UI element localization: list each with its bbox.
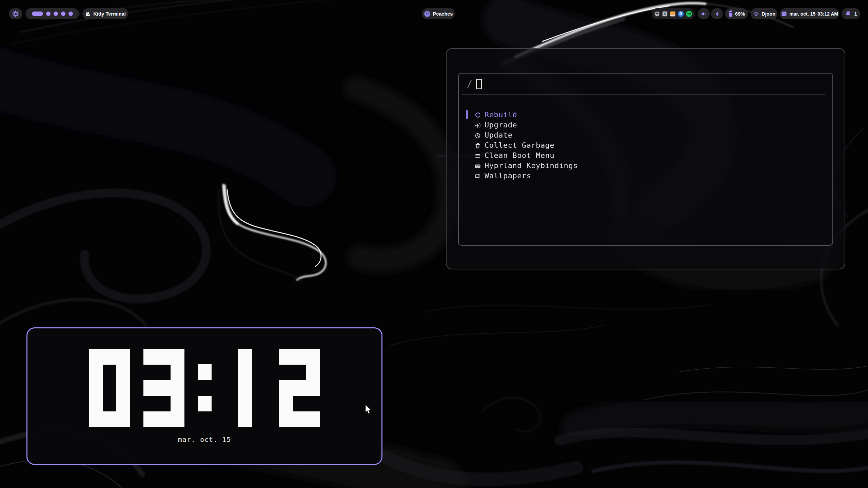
search-prompt: / — [467, 79, 472, 89]
clock-glyph-3 — [143, 349, 184, 427]
workspace-dot[interactable] — [46, 12, 51, 16]
launcher-item-label: Hyprland Keybindings — [485, 161, 578, 170]
battery-percent: 69% — [735, 11, 745, 17]
workspace-dot[interactable] — [68, 12, 73, 16]
clock-pill[interactable]: mar. oct. 15 03:12 AM — [780, 8, 839, 19]
workspace-indicators — [32, 12, 73, 16]
window-title-pill[interactable]: Kitty Terminal — [82, 8, 128, 19]
search-divider — [462, 95, 825, 95]
workspace-dot[interactable] — [54, 12, 58, 16]
launcher-item-rebuild[interactable]: Rebuild — [459, 109, 832, 120]
workspace-dot-active[interactable] — [32, 12, 43, 16]
notification-count: 1 — [854, 11, 857, 17]
speaker-icon — [701, 11, 707, 17]
launcher-item-label: Clean Boot Menu — [485, 151, 554, 160]
upgrade-icon — [475, 122, 481, 128]
bluetooth-pill[interactable] — [711, 8, 723, 19]
launcher-item-wallpapers[interactable]: Wallpapers — [459, 170, 832, 181]
update-icon — [475, 132, 481, 138]
rebuild-icon — [475, 111, 481, 118]
keyboard-icon — [475, 162, 481, 168]
launcher-item-clean-boot-menu[interactable]: Clean Boot Menu — [459, 150, 832, 160]
gear-icon — [12, 11, 19, 17]
launcher-item-update[interactable]: Update — [459, 130, 832, 140]
launcher-window: / Rebuild — [446, 48, 845, 269]
settings-pill[interactable] — [9, 8, 22, 19]
volume-pill[interactable] — [698, 8, 710, 19]
spotify-icon[interactable] — [686, 11, 692, 17]
clock-glyph-0 — [89, 349, 130, 427]
battery-icon — [728, 10, 733, 17]
network-ssid: Djoon — [762, 11, 775, 17]
launcher-item-label: Collect Garbage — [485, 141, 554, 149]
notification-pill[interactable]: 1 — [842, 8, 860, 19]
battery-pill[interactable]: 69% — [725, 8, 748, 19]
keepassxc-icon[interactable]: K — [662, 11, 668, 17]
list-icon — [475, 152, 481, 158]
tray-pill: K — [652, 8, 694, 19]
launcher-item-label: Upgrade — [485, 121, 517, 129]
launcher-item-label: Update — [485, 131, 512, 139]
launcher-panel: / Rebuild — [458, 73, 833, 246]
text-cursor — [476, 79, 482, 89]
image-icon — [475, 172, 481, 179]
clock-glyph-colon — [198, 349, 211, 427]
bluetooth-icon[interactable] — [677, 11, 684, 17]
desktop: Kitty Terminal Peaches — [0, 0, 868, 488]
workspaces-pill — [25, 8, 79, 19]
launcher-item-label: Rebuild — [485, 110, 517, 119]
mouse-cursor — [365, 405, 374, 416]
obs-icon[interactable] — [654, 11, 660, 17]
clock-time-display — [89, 349, 320, 427]
launcher-item-hyprland-keybindings[interactable]: Hyprland Keybindings — [459, 160, 832, 170]
window-title: Kitty Terminal — [93, 11, 126, 17]
search-input[interactable]: / — [459, 74, 832, 95]
trash-icon — [475, 142, 481, 148]
spotify-icon — [424, 11, 431, 17]
clock-glyph-1 — [238, 349, 252, 427]
clock-glyph-2 — [279, 349, 320, 427]
keepass-letter: K — [664, 12, 666, 16]
bar-date: mar. oct. 15 — [789, 11, 815, 17]
bar-time: 03:12 AM — [817, 11, 838, 17]
media-title: Peaches — [433, 11, 453, 17]
bluetooth-icon — [714, 11, 720, 17]
network-pill[interactable]: Djoon — [751, 8, 777, 19]
clock-widget-date: mar. oct. 15 — [27, 435, 381, 444]
bell-icon — [845, 11, 851, 17]
launcher-item-upgrade[interactable]: Upgrade — [459, 120, 832, 130]
launcher-item-list: Rebuild Upgrade — [459, 109, 832, 181]
cat-icon — [85, 11, 91, 17]
launcher-item-collect-garbage[interactable]: Collect Garbage — [459, 140, 832, 150]
workspace-dot[interactable] — [61, 12, 65, 16]
files-icon[interactable] — [669, 11, 676, 17]
media-pill[interactable]: Peaches — [422, 8, 455, 19]
calendar-icon — [781, 11, 787, 17]
clock-widget: mar. oct. 15 — [26, 327, 382, 465]
launcher-item-label: Wallpapers — [485, 171, 531, 180]
wifi-icon — [753, 11, 760, 17]
